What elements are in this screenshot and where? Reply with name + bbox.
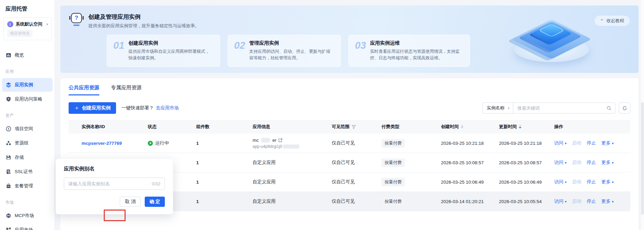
cancel-button[interactable]: 取 消 — [120, 197, 141, 207]
collapse-tutorial-button[interactable]: ⌃ 收起教程 — [595, 16, 630, 26]
step-number: 02 — [234, 40, 245, 62]
stop-action[interactable]: 停止 — [587, 140, 596, 146]
col-components: 组件数 — [189, 124, 246, 130]
pay-type-badge: 按量付费 — [382, 139, 405, 148]
step-card-3: 03 应用实例运维 实时查看应用运行状态与资源使用情况，支持监控、日志与终端功能… — [348, 35, 470, 67]
dialog-title: 应用实例别名 — [64, 166, 165, 172]
alias-input[interactable] — [68, 181, 149, 186]
more-action[interactable]: 更多▾ — [601, 179, 614, 185]
row-actions: 访问▾ 启动 停止 更多▾ — [547, 179, 630, 185]
package-icon — [5, 183, 11, 189]
step-card-2: 02 管理应用实例 支持应用的访问、启动、停止、更新与扩缩容等能力，轻松管理应用… — [228, 35, 341, 67]
search-box — [513, 103, 615, 113]
sort-updated-icon[interactable] — [519, 125, 521, 128]
sidebar-item-storage[interactable]: 存储 — [2, 151, 53, 164]
chart-icon — [5, 52, 11, 58]
search-icon[interactable] — [606, 106, 612, 111]
visit-label: 访问 — [554, 198, 563, 204]
created-time: 2026-03-14 01:20:21 — [434, 199, 492, 204]
apps-icon — [5, 227, 11, 230]
col-status: 状态 — [141, 124, 189, 130]
app-info: 自定义应用 — [246, 159, 325, 166]
app-info: mcer — [253, 138, 325, 143]
visit-action[interactable]: 访问▾ — [554, 198, 567, 204]
layers-icon — [5, 82, 11, 88]
created-time: 2026-03-25 10:21:18 — [434, 141, 492, 146]
more-action[interactable]: 更多▾ — [601, 198, 614, 204]
stop-action[interactable]: 停止 — [587, 179, 596, 185]
stop-action[interactable]: 停止 — [587, 159, 596, 166]
start-action[interactable]: 启动 — [572, 198, 581, 204]
start-action[interactable]: 启动 — [572, 179, 581, 185]
visibility-scope: 仅自己可见 — [325, 159, 375, 166]
sidebar-item-project-space[interactable]: 项目空间 — [2, 122, 53, 136]
filter-icon[interactable] — [352, 125, 356, 129]
sort-created-icon[interactable] — [461, 125, 463, 128]
stop-action[interactable]: 停止 — [587, 198, 596, 204]
tab-public-resources[interactable]: 公共应用资源 — [69, 85, 99, 95]
visit-label: 访问 — [554, 159, 563, 166]
visit-action[interactable]: 访问▾ — [554, 159, 567, 166]
col-created-label: 创建时间 — [441, 124, 459, 130]
sidebar-item-app-instances[interactable]: 应用实例 — [2, 78, 53, 92]
create-instance-label: 创建应用实例 — [82, 105, 111, 111]
tutorial-steps: 01 创建应用实例 提供应用市场和自定义应用两种部署模式，快速创建实例。 02 … — [107, 35, 470, 67]
app-id-part: app-u4p9drgi1j0 — [253, 144, 282, 149]
col-name-id: 实例名称/ID — [69, 124, 141, 130]
sidebar-item-mcp-market[interactable]: MCP市场 — [2, 209, 53, 223]
start-action[interactable]: 启动 — [572, 159, 581, 166]
step-title: 应用实例运维 — [370, 40, 463, 46]
search-field-select[interactable]: 实例名称 ▾ — [482, 103, 513, 113]
updated-time: 2026-03-25 10:21:18 — [492, 141, 547, 146]
go-app-market-link[interactable]: 去应用市场 — [156, 105, 179, 111]
search-input[interactable] — [517, 106, 606, 111]
create-instance-button[interactable]: ＋ 创建应用实例 — [69, 102, 116, 114]
chevron-down-icon: ▾ — [612, 161, 614, 165]
workspace-name: 系统默认空间 — [16, 21, 42, 27]
row-actions: 访问▾ 启动 停止 更多▾ — [547, 140, 630, 146]
step-description: 提供应用市场和自定义应用两种部署模式，快速创建实例。 — [128, 48, 214, 62]
more-action[interactable]: 更多▾ — [601, 159, 614, 166]
step-title: 管理应用实例 — [249, 40, 334, 46]
sidebar-item-label: 存储 — [15, 154, 24, 160]
sidebar-item-overview[interactable]: 概览 — [2, 48, 53, 62]
start-action[interactable]: 启动 — [572, 140, 581, 146]
sidebar-item-ssl-cert[interactable]: SSL证书 — [2, 165, 53, 179]
workspace-selector[interactable]: z 系统默认空间 ▾ 项目管理员 — [3, 17, 52, 40]
created-time: 2026-03-25 10:08:57 — [434, 160, 492, 165]
tab-dedicated-resources[interactable]: 专属应用资源 — [111, 85, 142, 95]
status-text: 运行中 — [155, 140, 169, 146]
visit-action[interactable]: 访问▾ — [554, 179, 567, 185]
sidebar-item-label: MCP市场 — [15, 213, 34, 219]
sidebar-item-app-market[interactable]: 应用市场 — [2, 223, 53, 230]
page: 应用托管 z 系统默认空间 ▾ 项目管理员 概览 应用 应用实例 — [0, 0, 644, 230]
scrollbar[interactable] — [641, 0, 644, 230]
created-time: 2026-03-25 10:06:49 — [434, 180, 492, 185]
sidebar-item-access-policy[interactable]: 应用访问策略 — [2, 92, 53, 106]
col-updated: 更新时间 — [492, 124, 547, 130]
scrollbar-thumb[interactable] — [641, 102, 644, 215]
col-created: 创建时间 — [434, 124, 492, 130]
chevron-up-icon: ⌃ — [600, 18, 604, 24]
col-actions: 操作 — [547, 124, 630, 130]
chevron-down-icon: ▾ — [565, 161, 567, 165]
instance-name-link[interactable]: mcpserver-277769 — [82, 141, 122, 146]
app-title: 应用托管 — [0, 0, 55, 17]
confirm-button[interactable]: 确 定 — [145, 197, 165, 207]
more-action[interactable]: 更多▾ — [601, 140, 614, 146]
workspace-role-badge: 项目管理员 — [7, 30, 32, 37]
more-label: 更多 — [601, 198, 611, 204]
sidebar-item-resource-groups[interactable]: 资源组 — [2, 136, 53, 150]
updated-time: 2026-03-25 10:06:49 — [492, 180, 547, 185]
visit-action[interactable]: 访问▾ — [554, 140, 567, 146]
step-description: 实时查看应用运行状态与资源使用情况，支持监控、日志与终端功能，实现高效运维。 — [370, 48, 463, 62]
sidebar-item-plan-management[interactable]: 套餐管理 — [2, 179, 53, 193]
sidebar-section-assets: 资产 — [0, 107, 55, 121]
refresh-button[interactable] — [619, 103, 630, 113]
resource-tabs: 公共应用资源 专属应用资源 — [69, 85, 630, 95]
row-actions: 访问▾ 启动 停止 更多▾ — [547, 198, 630, 204]
chevron-down-icon: ▾ — [46, 22, 48, 27]
col-updated-label: 更新时间 — [499, 124, 517, 130]
shield-icon — [5, 96, 11, 102]
external-link-icon[interactable] — [278, 138, 283, 142]
